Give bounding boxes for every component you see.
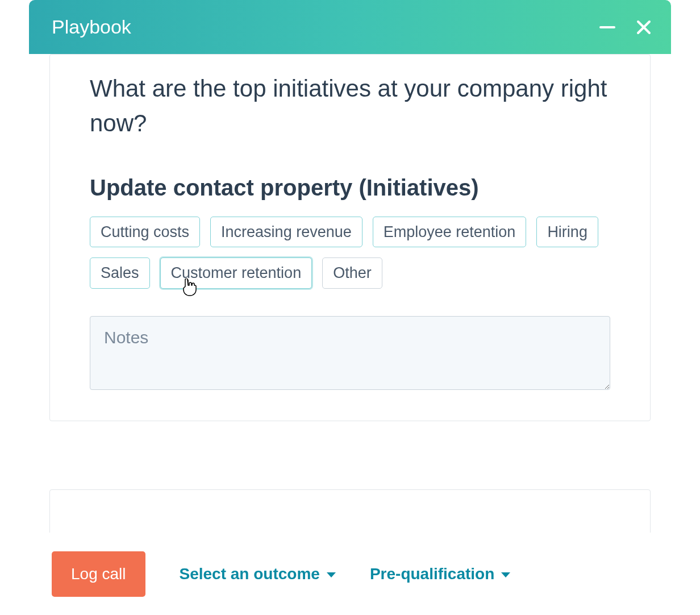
chip-sales[interactable]: Sales [90,257,150,288]
outcome-select-label: Select an outcome [180,565,320,583]
call-type-select-label: Pre-qualification [370,565,494,583]
caret-down-icon [501,572,510,577]
log-call-button[interactable]: Log call [52,551,145,597]
question-text: What are the top initiatives at your com… [90,72,610,141]
question-card: What are the top initiatives at your com… [49,54,651,421]
chip-customer-retention[interactable]: Customer retention [160,257,312,288]
chip-increasing-revenue[interactable]: Increasing revenue [210,217,363,247]
header-actions [597,17,654,38]
panel-header: Playbook [29,0,671,54]
panel-footer: Log call Select an outcome Pre-qualifica… [29,533,671,615]
chip-employee-retention[interactable]: Employee retention [373,217,527,247]
close-icon[interactable] [634,17,654,38]
chip-other[interactable]: Other [322,257,382,288]
outcome-select[interactable]: Select an outcome [180,565,336,583]
section-title: Update contact property (Initiatives) [90,175,610,201]
next-question-card [49,489,651,533]
chip-hiring[interactable]: Hiring [536,217,598,247]
panel-title: Playbook [52,16,131,38]
chip-group: Cutting costs Increasing revenue Employe… [90,217,610,289]
caret-down-icon [327,572,336,577]
notes-input[interactable] [90,316,610,390]
playbook-panel: Playbook What are the top initiatives at… [29,0,671,615]
minimize-icon[interactable] [597,17,618,38]
chip-cutting-costs[interactable]: Cutting costs [90,217,200,247]
panel-body[interactable]: What are the top initiatives at your com… [29,54,671,533]
call-type-select[interactable]: Pre-qualification [370,565,510,583]
